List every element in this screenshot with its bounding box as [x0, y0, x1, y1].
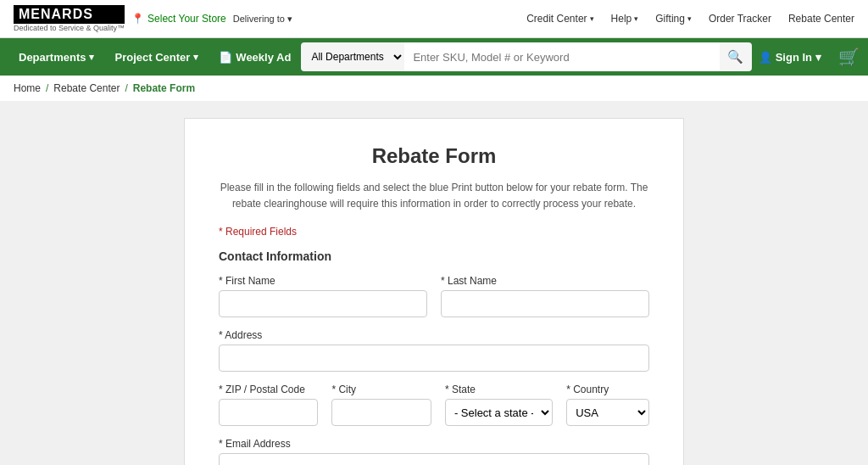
state-group: * State - Select a state - — [445, 384, 553, 426]
address-label: * Address — [219, 329, 649, 341]
country-label: * Country — [566, 384, 649, 395]
breadcrumb-current: Rebate Form — [133, 82, 195, 94]
required-fields-note: * Required Fields — [219, 226, 649, 238]
last-name-group: * Last Name — [441, 275, 649, 317]
chevron-down-icon: ▾ — [687, 14, 692, 23]
main-content: Rebate Form Please fill in the following… — [0, 101, 868, 465]
departments-label: Departments — [19, 51, 86, 64]
last-name-label: * Last Name — [441, 275, 649, 287]
city-input[interactable] — [331, 399, 431, 426]
contact-section-title: Contact Information — [219, 249, 649, 263]
order-tracker-link[interactable]: Order Tracker — [709, 13, 771, 25]
city-label: * City — [331, 384, 431, 395]
store-selector[interactable]: 📍 Select Your Store — [131, 13, 226, 25]
first-name-group: * First Name — [219, 275, 427, 317]
chevron-down-icon: ▾ — [193, 52, 198, 63]
state-label: * State — [445, 384, 553, 395]
signin-label: Sign In — [776, 51, 812, 64]
last-name-input[interactable] — [441, 290, 649, 317]
chevron-down-icon: ▾ — [590, 14, 594, 23]
breadcrumb-rebate-center[interactable]: Rebate Center — [53, 82, 120, 94]
logo-tagline: Dedicated to Service & Quality™ — [14, 24, 125, 32]
departments-nav[interactable]: Departments ▾ — [8, 38, 104, 76]
breadcrumb-separator: / — [125, 82, 127, 94]
name-row: * First Name * Last Name — [219, 275, 649, 317]
chevron-down-icon: ▾ — [815, 51, 821, 64]
zip-label: * ZIP / Postal Code — [219, 384, 318, 395]
email-row: * Email Address — [219, 438, 649, 465]
logo: MENARDS Dedicated to Service & Quality™ — [14, 5, 125, 32]
top-bar: MENARDS Dedicated to Service & Quality™ … — [0, 0, 868, 38]
nav-bar: Departments ▾ Project Center ▾ 📄 Weekly … — [0, 38, 868, 76]
chevron-down-icon: ▾ — [634, 14, 638, 23]
breadcrumb: Home / Rebate Center / Rebate Form — [0, 76, 868, 101]
email-input[interactable] — [219, 453, 649, 465]
form-title: Rebate Form — [219, 144, 649, 168]
search-input[interactable] — [404, 42, 719, 71]
zip-group: * ZIP / Postal Code — [219, 384, 318, 426]
logo-text: MENARDS — [14, 5, 125, 24]
country-select[interactable]: USA — [566, 399, 649, 426]
zip-input[interactable] — [219, 399, 318, 426]
address-input[interactable] — [219, 345, 649, 372]
form-description: Please fill in the following fields and … — [219, 180, 649, 212]
project-center-nav[interactable]: Project Center ▾ — [104, 38, 209, 76]
first-name-label: * First Name — [219, 275, 427, 287]
address-row: * Address — [219, 329, 649, 372]
sign-in-button[interactable]: 👤 Sign In ▾ — [752, 51, 828, 64]
breadcrumb-separator: / — [46, 82, 48, 94]
weekly-ad-nav[interactable]: 📄 Weekly Ad — [209, 38, 301, 76]
nav-right: 👤 Sign In ▾ 🛒 — [752, 47, 860, 67]
user-icon: 👤 — [759, 51, 772, 64]
chevron-down-icon: ▾ — [287, 14, 292, 24]
delivering-label: Delivering to ▾ — [233, 14, 292, 25]
weekly-ad-label: Weekly Ad — [236, 51, 291, 64]
search-department-select[interactable]: All Departments — [301, 42, 404, 71]
city-group: * City — [331, 384, 431, 426]
gifting-link[interactable]: Gifting ▾ — [655, 13, 692, 25]
state-select[interactable]: - Select a state - — [445, 399, 553, 426]
project-center-label: Project Center — [114, 51, 190, 64]
first-name-input[interactable] — [219, 290, 427, 317]
country-group: * Country USA — [566, 384, 649, 426]
chevron-down-icon: ▾ — [89, 52, 94, 63]
cart-icon[interactable]: 🛒 — [838, 47, 860, 67]
store-selector-label: Select Your Store — [147, 13, 226, 25]
search-area: All Departments 🔍 — [301, 42, 751, 71]
credit-center-link[interactable]: Credit Center ▾ — [526, 13, 593, 25]
location-icon: 📍 — [131, 13, 144, 25]
location-row: * ZIP / Postal Code * City * State - Sel… — [219, 384, 649, 426]
top-bar-right: Credit Center ▾ Help ▾ Gifting ▾ Order T… — [526, 13, 854, 25]
search-icon: 🔍 — [727, 49, 743, 64]
rebate-center-link[interactable]: Rebate Center — [788, 13, 854, 25]
weekly-ad-icon: 📄 — [219, 51, 232, 64]
email-label: * Email Address — [219, 438, 649, 450]
address-group: * Address — [219, 329, 649, 372]
search-button[interactable]: 🔍 — [720, 42, 752, 71]
email-group: * Email Address — [219, 438, 649, 465]
help-link[interactable]: Help ▾ — [611, 13, 639, 25]
top-bar-left: MENARDS Dedicated to Service & Quality™ … — [14, 5, 292, 32]
breadcrumb-home[interactable]: Home — [14, 82, 41, 94]
rebate-form-container: Rebate Form Please fill in the following… — [184, 118, 684, 465]
